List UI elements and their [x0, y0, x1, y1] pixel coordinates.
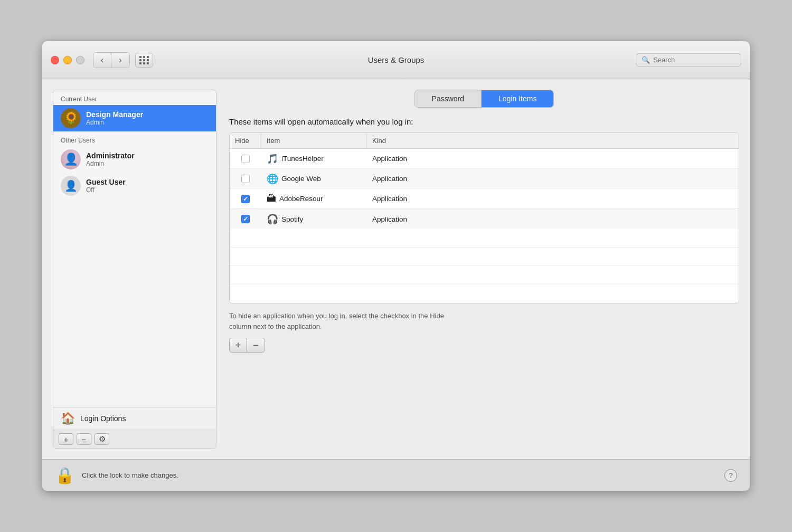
- list-item[interactable]: 👤 Guest User Off: [53, 173, 216, 199]
- table-header: Hide Item Kind: [230, 133, 739, 149]
- user-name: Design Manager: [86, 110, 143, 119]
- other-users-label: Other Users: [53, 131, 216, 146]
- user-info: Design Manager Admin: [86, 110, 143, 126]
- traffic-lights: [51, 56, 84, 64]
- col-kind: Kind: [367, 133, 739, 148]
- sidebar-list: Current User 🌻 Design Manager Admin Othe…: [53, 90, 216, 407]
- hide-checkbox[interactable]: [241, 215, 250, 223]
- tab-password[interactable]: Password: [415, 90, 482, 107]
- remove-item-button[interactable]: −: [247, 338, 265, 353]
- kind-cell: Application: [367, 151, 739, 166]
- item-cell: 🎵 iTunesHelper: [261, 150, 367, 168]
- item-cell: 🌐 Google Web: [261, 170, 367, 188]
- empty-row: [230, 266, 739, 284]
- nav-buttons: ‹ ›: [93, 52, 130, 68]
- user-role: Admin: [86, 160, 135, 167]
- window-title: Users & Groups: [368, 55, 425, 64]
- help-button[interactable]: ?: [724, 469, 737, 482]
- tab-group: Password Login Items: [414, 90, 554, 108]
- table-row: 🎧 Spotify Application: [230, 209, 739, 229]
- remove-user-button[interactable]: −: [77, 433, 91, 445]
- user-role: Off: [86, 186, 126, 194]
- maximize-button[interactable]: [76, 56, 84, 64]
- login-options-item[interactable]: 🏠 Login Options: [53, 407, 216, 430]
- close-button[interactable]: [51, 56, 59, 64]
- spotify-icon: 🎧: [267, 213, 278, 225]
- item-name: AdobeResour: [279, 195, 323, 203]
- house-icon: 🏠: [61, 412, 75, 425]
- user-info: Administrator Admin: [86, 151, 135, 167]
- current-user-label: Current User: [53, 90, 216, 105]
- avatar: 🌻: [61, 108, 81, 128]
- forward-button[interactable]: ›: [111, 53, 129, 68]
- empty-row: [230, 248, 739, 266]
- hide-cell: [230, 212, 261, 226]
- add-user-button[interactable]: +: [59, 433, 73, 445]
- item-name: Spotify: [281, 215, 303, 223]
- avatar: 👤: [61, 149, 81, 169]
- itunes-icon: 🎵: [267, 153, 278, 165]
- settings-button[interactable]: ⚙: [95, 433, 109, 445]
- avatar: 👤: [61, 176, 81, 196]
- col-item: Item: [261, 133, 367, 148]
- table-row: 🌐 Google Web Application: [230, 169, 739, 189]
- item-name: Google Web: [281, 175, 321, 183]
- user-name: Guest User: [86, 178, 126, 186]
- adobe-icon: 🏔: [267, 193, 276, 204]
- hint-text: To hide an application when you log in, …: [229, 311, 739, 331]
- minimize-button[interactable]: [63, 56, 72, 64]
- search-input[interactable]: [653, 56, 736, 64]
- hide-checkbox[interactable]: [241, 155, 250, 163]
- content-area: Current User 🌻 Design Manager Admin Othe…: [42, 79, 750, 459]
- tab-bar: Password Login Items: [229, 90, 739, 108]
- item-cell: 🎧 Spotify: [261, 210, 367, 228]
- item-name: iTunesHelper: [281, 155, 324, 163]
- items-table: Hide Item Kind 🎵 iTunesHelper Ap: [229, 132, 739, 303]
- main-panel: Password Login Items These items will op…: [216, 90, 739, 449]
- table-row: 🏔 AdobeResour Application: [230, 189, 739, 209]
- empty-rows: [230, 229, 739, 303]
- lock-icon[interactable]: 🔒: [55, 466, 74, 484]
- grid-icon: [139, 56, 149, 64]
- sidebar: Current User 🌻 Design Manager Admin Othe…: [53, 90, 216, 449]
- grid-view-button[interactable]: [135, 53, 153, 68]
- sidebar-toolbar: + − ⚙: [53, 430, 216, 448]
- lock-text: Click the lock to make changes.: [82, 471, 178, 479]
- table-row: 🎵 iTunesHelper Application: [230, 149, 739, 169]
- tab-login-items[interactable]: Login Items: [482, 90, 553, 107]
- back-button[interactable]: ‹: [93, 53, 111, 68]
- hide-cell: [230, 192, 261, 206]
- current-user-item[interactable]: 🌻 Design Manager Admin: [53, 105, 216, 131]
- search-icon: 🔍: [642, 56, 650, 64]
- col-hide: Hide: [230, 133, 261, 148]
- table-body: 🎵 iTunesHelper Application 🌐 Google Web: [230, 149, 739, 229]
- user-role: Admin: [86, 119, 143, 126]
- add-item-button[interactable]: +: [229, 338, 247, 353]
- empty-row: [230, 284, 739, 303]
- bottom-bar: 🔒 Click the lock to make changes. ?: [42, 459, 750, 491]
- hide-checkbox[interactable]: [241, 175, 250, 183]
- hide-cell: [230, 151, 261, 166]
- hide-checkbox[interactable]: [241, 195, 250, 203]
- search-box[interactable]: 🔍: [636, 53, 741, 66]
- titlebar: ‹ › Users & Groups 🔍: [42, 41, 750, 79]
- kind-cell: Application: [367, 212, 739, 226]
- google-icon: 🌐: [267, 173, 278, 185]
- user-name: Administrator: [86, 151, 135, 160]
- item-cell: 🏔 AdobeResour: [261, 190, 367, 207]
- add-remove-bar: + −: [229, 338, 739, 353]
- empty-row: [230, 229, 739, 248]
- list-item[interactable]: 👤 Administrator Admin: [53, 146, 216, 173]
- kind-cell: Application: [367, 192, 739, 206]
- auto-open-label: These items will open automatically when…: [229, 117, 739, 126]
- user-info: Guest User Off: [86, 178, 126, 194]
- login-options-label: Login Options: [80, 414, 126, 423]
- kind-cell: Application: [367, 172, 739, 186]
- hide-cell: [230, 172, 261, 186]
